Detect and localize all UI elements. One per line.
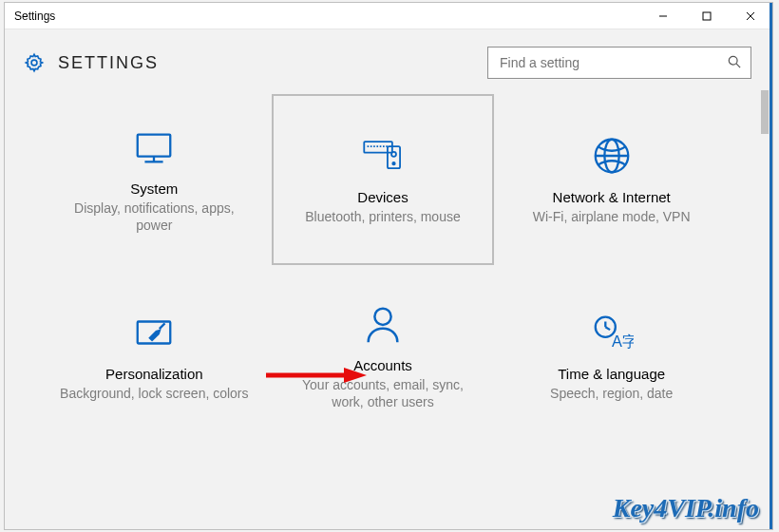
svg-point-13 xyxy=(391,151,396,156)
scrollbar-thumb[interactable] xyxy=(761,90,769,134)
time-language-icon: A字 xyxy=(590,311,634,354)
svg-line-23 xyxy=(605,327,610,330)
devices-tile[interactable]: Devices Bluetooth, printers, mouse xyxy=(272,94,495,265)
tile-title: Devices xyxy=(357,189,408,205)
svg-text:A字: A字 xyxy=(612,332,634,350)
minimize-button[interactable] xyxy=(641,3,685,29)
search-icon xyxy=(728,55,741,71)
header: SETTINGS xyxy=(5,29,772,88)
tile-title: System xyxy=(130,180,178,197)
svg-point-5 xyxy=(729,56,737,65)
tile-desc: Your accounts, email, sync, work, other … xyxy=(288,377,478,411)
gear-icon xyxy=(24,52,45,73)
svg-rect-7 xyxy=(138,134,171,156)
header-left: SETTINGS xyxy=(24,52,159,73)
tile-desc: Bluetooth, printers, mouse xyxy=(305,209,460,226)
devices-icon xyxy=(361,134,405,178)
svg-rect-1 xyxy=(703,12,711,20)
display-icon xyxy=(132,125,176,169)
system-tile[interactable]: System Display, notifications, apps, pow… xyxy=(43,94,266,265)
tile-desc: Speech, region, date xyxy=(550,386,673,403)
window-title: Settings xyxy=(14,10,55,23)
titlebar: Settings xyxy=(5,3,772,29)
watermark: Key4VIP.info xyxy=(613,493,759,523)
settings-window: Settings SETTINGS xyxy=(4,2,773,530)
time-language-tile[interactable]: A字 Time & language Speech, region, date xyxy=(500,271,723,442)
accounts-tile[interactable]: Accounts Your accounts, email, sync, wor… xyxy=(272,271,495,442)
accounts-icon xyxy=(361,302,405,346)
personalization-icon xyxy=(132,311,176,354)
globe-icon xyxy=(590,134,634,178)
personalization-tile[interactable]: Personalization Background, lock screen,… xyxy=(43,271,266,442)
svg-point-20 xyxy=(374,308,390,324)
close-icon xyxy=(746,11,755,21)
network-tile[interactable]: Network & Internet Wi-Fi, airplane mode,… xyxy=(500,94,723,265)
search-input[interactable] xyxy=(500,55,728,70)
maximize-icon xyxy=(702,11,712,21)
svg-line-19 xyxy=(160,323,165,329)
categories-grid: System Display, notifications, apps, pow… xyxy=(5,94,761,529)
search-box[interactable] xyxy=(487,47,751,79)
window-buttons xyxy=(641,3,772,28)
tile-desc: Wi-Fi, airplane mode, VPN xyxy=(533,209,691,226)
tile-title: Accounts xyxy=(353,357,412,373)
tile-title: Time & language xyxy=(558,366,665,382)
maximize-button[interactable] xyxy=(685,3,729,29)
tile-desc: Background, lock screen, colors xyxy=(60,386,248,403)
svg-point-4 xyxy=(31,60,37,66)
tile-desc: Display, notifications, apps, power xyxy=(59,200,249,235)
page-title: SETTINGS xyxy=(58,53,159,73)
window-right-edge xyxy=(770,3,772,529)
close-button[interactable] xyxy=(729,3,772,29)
tile-title: Network & Internet xyxy=(553,189,671,205)
svg-line-6 xyxy=(736,64,740,67)
svg-point-14 xyxy=(392,162,394,164)
minimize-icon xyxy=(658,11,668,21)
tile-title: Personalization xyxy=(105,366,203,382)
